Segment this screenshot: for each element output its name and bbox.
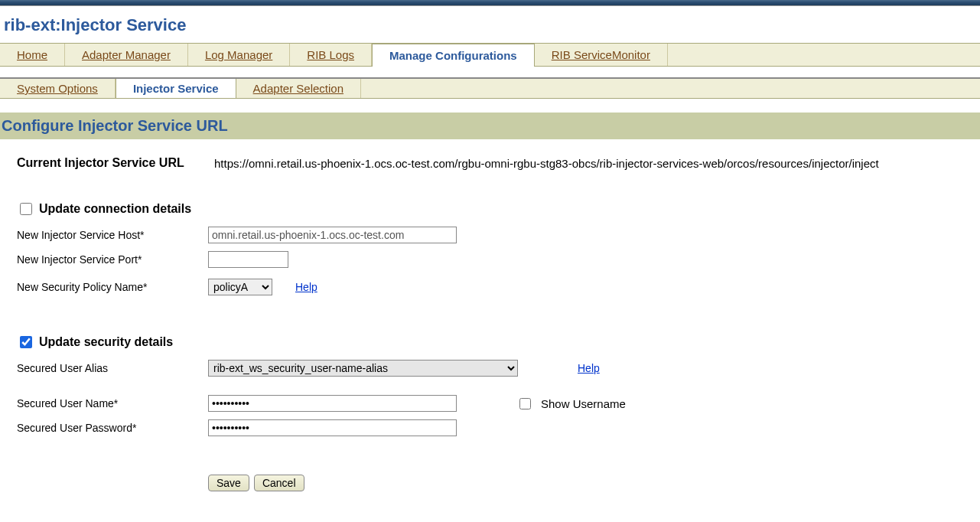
tab-log-manager[interactable]: Log Manager bbox=[188, 44, 290, 66]
tab-rib-service-monitor[interactable]: RIB ServiceMonitor bbox=[535, 44, 668, 66]
password-label: Secured User Password* bbox=[17, 422, 208, 434]
policy-help-link[interactable]: Help bbox=[295, 281, 317, 293]
host-input[interactable] bbox=[208, 227, 457, 243]
subtab-injector-service[interactable]: Injector Service bbox=[116, 79, 236, 98]
tab-home[interactable]: Home bbox=[0, 44, 65, 66]
update-security-checkbox[interactable] bbox=[20, 336, 32, 348]
tab-manage-configurations[interactable]: Manage Configurations bbox=[372, 43, 535, 67]
save-button[interactable]: Save bbox=[208, 475, 249, 491]
show-username-checkbox[interactable] bbox=[519, 398, 531, 409]
content-area: Current Injector Service URL https://omn… bbox=[0, 139, 980, 491]
alias-label: Secured User Alias bbox=[17, 362, 208, 374]
update-security-label: Update security details bbox=[39, 335, 173, 349]
alias-help-link[interactable]: Help bbox=[578, 362, 600, 374]
current-url-value: https://omni.retail.us-phoenix-1.ocs.oc-… bbox=[214, 157, 879, 170]
primary-nav: Home Adapter Manager Log Manager RIB Log… bbox=[0, 43, 980, 67]
top-accent-bar bbox=[0, 0, 980, 6]
alias-select[interactable]: rib-ext_ws_security_user-name-alias bbox=[208, 360, 518, 377]
page-title: rib-ext:Injector Service bbox=[4, 6, 976, 43]
show-username-label: Show Username bbox=[541, 397, 626, 410]
tab-adapter-manager[interactable]: Adapter Manager bbox=[65, 44, 188, 66]
update-connection-checkbox[interactable] bbox=[20, 203, 32, 215]
policy-select[interactable]: policyA bbox=[208, 279, 272, 295]
section-header: Configure Injector Service URL bbox=[0, 113, 980, 139]
cancel-button[interactable]: Cancel bbox=[254, 475, 304, 491]
policy-label: New Security Policy Name* bbox=[17, 281, 208, 293]
port-input[interactable] bbox=[208, 251, 288, 268]
username-input[interactable] bbox=[208, 395, 457, 412]
port-label: New Injector Service Port* bbox=[17, 253, 208, 266]
username-label: Secured User Name* bbox=[17, 397, 208, 409]
update-connection-label: Update connection details bbox=[39, 202, 191, 216]
subtab-system-options[interactable]: System Options bbox=[0, 79, 116, 98]
host-label: New Injector Service Host* bbox=[17, 229, 208, 241]
update-connection-checkbox-row[interactable]: Update connection details bbox=[17, 201, 191, 217]
password-input[interactable] bbox=[208, 419, 457, 436]
update-security-checkbox-row[interactable]: Update security details bbox=[17, 334, 173, 351]
current-url-label: Current Injector Service URL bbox=[17, 156, 208, 170]
tab-rib-logs[interactable]: RIB Logs bbox=[290, 44, 372, 66]
subtab-adapter-selection[interactable]: Adapter Selection bbox=[236, 79, 361, 98]
show-username-row[interactable]: Show Username bbox=[516, 396, 626, 412]
secondary-nav: System Options Injector Service Adapter … bbox=[0, 79, 980, 99]
